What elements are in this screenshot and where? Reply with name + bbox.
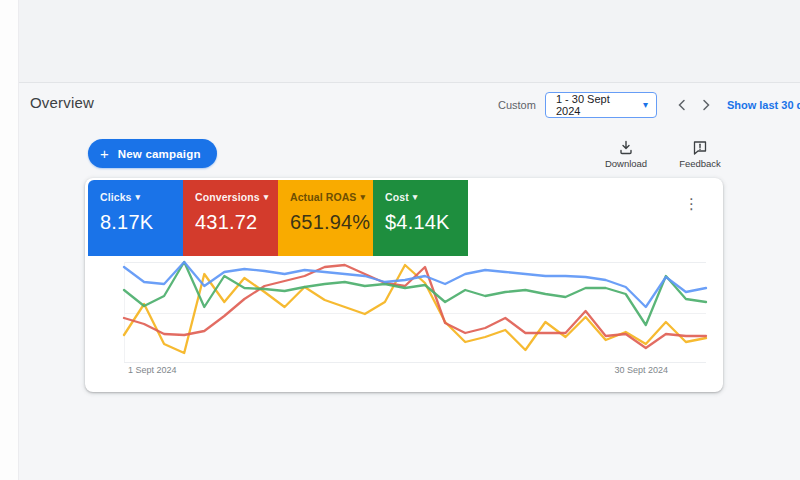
metric-cards-row: Clicks ▾ 8.17K Conversions ▾ 431.72 Actu… (88, 180, 468, 256)
metric-card-value: $4.14K (385, 211, 457, 234)
chart-line-cost (124, 262, 706, 325)
header-actions: Download Feedback (602, 140, 724, 169)
top-header-band (19, 0, 800, 83)
page-title: Overview (30, 94, 94, 111)
metric-card-label: Clicks (100, 191, 132, 203)
feedback-button[interactable]: Feedback (676, 140, 724, 169)
metric-card-actual-roas[interactable]: Actual ROAS ▾ 651.94% (278, 180, 373, 256)
metric-card-label: Conversions (195, 191, 260, 203)
next-period-button[interactable] (694, 92, 719, 118)
chevron-right-icon (701, 99, 711, 111)
x-axis-start-label: 1 Sept 2024 (128, 365, 177, 375)
plus-icon: + (100, 146, 109, 161)
left-nav-rail (0, 0, 19, 480)
caret-down-icon: ▾ (264, 192, 269, 202)
more-options-menu[interactable]: ⋮ (680, 194, 703, 213)
date-mode-label: Custom (498, 99, 536, 111)
date-range-value: 1 - 30 Sept 2024 (556, 93, 633, 117)
date-range-controls: Custom 1 - 30 Sept 2024 ▾ Show last 30 d… (498, 90, 800, 120)
overview-metrics-panel: Clicks ▾ 8.17K Conversions ▾ 431.72 Actu… (85, 178, 723, 392)
gridline-bottom (124, 362, 706, 363)
feedback-icon (692, 140, 708, 155)
download-icon (618, 140, 634, 155)
feedback-label: Feedback (679, 158, 721, 169)
metric-card-value: 651.94% (290, 211, 362, 234)
chart-lines (124, 262, 706, 362)
caret-down-icon: ▾ (360, 192, 365, 202)
caret-down-icon: ▾ (136, 192, 141, 202)
caret-down-icon: ▾ (413, 192, 418, 202)
show-last-30-days-link[interactable]: Show last 30 days (727, 99, 800, 111)
metric-card-cost[interactable]: Cost ▾ $4.14K (373, 180, 468, 256)
new-campaign-label: New campaign (118, 148, 201, 160)
chevron-left-icon (677, 99, 687, 111)
metric-card-value: 431.72 (195, 211, 267, 234)
metric-card-label: Cost (385, 191, 409, 203)
download-label: Download (605, 158, 647, 169)
x-axis-end-label: 30 Sept 2024 (614, 365, 668, 375)
metric-card-clicks[interactable]: Clicks ▾ 8.17K (88, 180, 183, 256)
metric-card-label: Actual ROAS (290, 191, 356, 203)
new-campaign-button[interactable]: + New campaign (88, 139, 217, 168)
download-button[interactable]: Download (602, 140, 650, 169)
metric-card-conversions[interactable]: Conversions ▾ 431.72 (183, 180, 278, 256)
previous-period-button[interactable] (669, 92, 694, 118)
caret-down-icon: ▾ (643, 100, 648, 110)
date-range-picker[interactable]: 1 - 30 Sept 2024 ▾ (545, 92, 657, 118)
performance-chart (124, 262, 706, 362)
metric-card-value: 8.17K (100, 211, 172, 234)
